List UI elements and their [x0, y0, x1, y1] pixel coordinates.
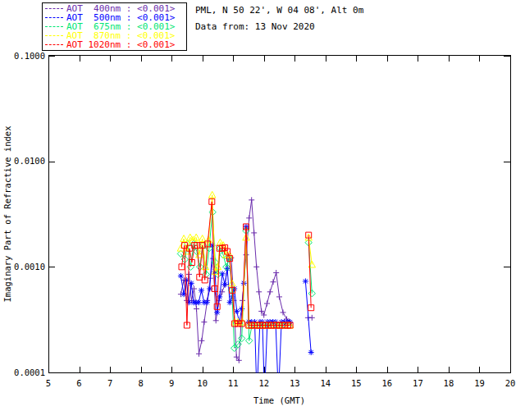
x-tick-label: 5: [46, 378, 51, 388]
x-tick-label: 20: [505, 378, 516, 388]
x-tick-label: 16: [382, 378, 393, 388]
series-line-870nm: [180, 195, 290, 326]
legend-item-1020nm: AOT 1020nm : <0.001>: [44, 40, 186, 49]
y-tick-label: 0.0100: [14, 156, 45, 166]
x-tick-label: 6: [76, 378, 81, 388]
legend-item-label: AOT 1020nm : <0.001>: [66, 40, 175, 49]
x-tick-label: 9: [169, 378, 174, 388]
data-point-markers-675nm: [177, 208, 292, 351]
y-axis-title: Imaginary Part of Refractive index: [2, 126, 12, 303]
legend-line-sample-1020nm: [45, 44, 63, 45]
station-location-text: PML, N 50 22', W 04 08', Alt 0m: [195, 5, 363, 16]
y-tick-label: 0.0010: [14, 262, 45, 272]
legend-line-sample-675nm: [45, 26, 63, 27]
legend-line-sample-500nm: [45, 17, 63, 18]
y-tick-label: 0.0001: [14, 368, 45, 377]
x-axis-title: Time (GMT): [253, 395, 305, 405]
x-tick-label: 17: [413, 378, 423, 388]
refractive-index-chart: 5678910111213141516171819200.10000.01000…: [0, 0, 525, 420]
legend-line-sample-400nm: [45, 8, 63, 9]
legend-line-sample-870nm: [45, 35, 63, 36]
data-point-markers-400nm: [305, 315, 315, 321]
x-tick-label: 15: [351, 378, 362, 388]
axis-ticks: 5678910111213141516171819200.10000.01000…: [14, 51, 515, 389]
x-tick-label: 10: [197, 378, 208, 388]
x-tick-label: 13: [290, 378, 300, 388]
x-tick-label: 14: [320, 378, 331, 388]
x-tick-label: 11: [228, 378, 239, 388]
x-tick-label: 7: [107, 378, 112, 388]
y-tick-label: 0.1000: [14, 51, 45, 61]
x-tick-label: 18: [444, 378, 454, 388]
x-tick-label: 8: [138, 378, 143, 388]
series-line-1020nm: [182, 202, 290, 326]
data-date-text: Data from: 13 Nov 2020: [195, 21, 315, 32]
x-tick-label: 12: [258, 378, 269, 388]
legend-box: AOT 400nm : <0.001> AOT 500nm : <0.001> …: [42, 2, 187, 51]
x-tick-label: 19: [474, 378, 485, 388]
